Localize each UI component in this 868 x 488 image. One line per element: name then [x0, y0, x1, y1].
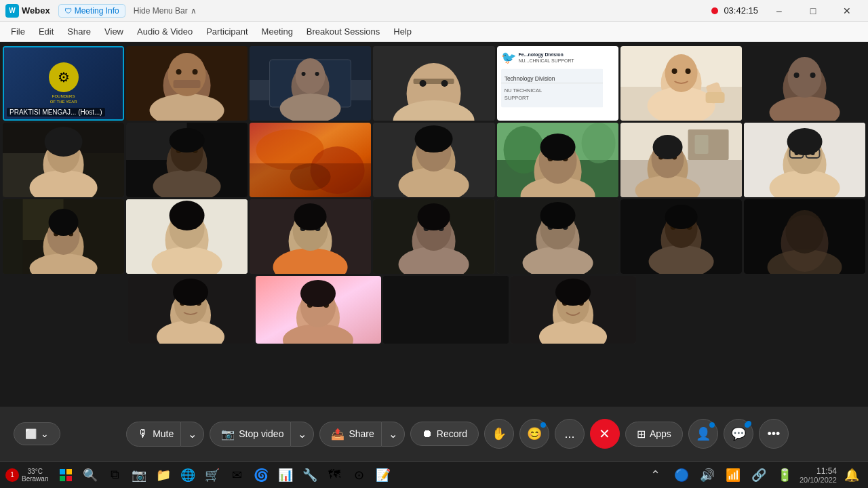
tb-browser2[interactable]: 🌀 [250, 464, 272, 486]
apps-label: Apps [650, 428, 671, 439]
meeting-info-button[interactable]: 🛡 Meeting Info [58, 4, 125, 18]
battery-icon[interactable]: 🔋 [774, 464, 795, 486]
chat-button[interactable]: 💬 [724, 419, 753, 449]
video-chevron[interactable]: ⌄ [291, 422, 314, 447]
video-cell-9[interactable] [126, 123, 248, 197]
tb-chrome[interactable]: ⊙ [348, 464, 370, 486]
overflow-button[interactable]: ••• [759, 419, 789, 449]
speaker-icon[interactable]: 🔊 [696, 464, 718, 486]
video-cell-18[interactable] [373, 199, 494, 274]
tb-explorer[interactable]: 📁 [153, 464, 174, 486]
video-cell-8[interactable] [3, 123, 124, 197]
video-cell-22[interactable] [128, 276, 254, 344]
hide-menu-button[interactable]: Hide Menu Bar ∧ [134, 6, 197, 16]
hand-raise-button[interactable]: ✋ [484, 419, 514, 449]
video-cell-23[interactable] [256, 276, 381, 344]
notification-center[interactable]: 🔔 [841, 464, 863, 486]
shield-icon: 🛡 [64, 7, 72, 15]
video-cell-2[interactable]: 👤 [126, 46, 248, 121]
minimize-button[interactable]: – [764, 0, 795, 22]
menu-view[interactable]: View [99, 24, 129, 39]
tb-webex[interactable]: 📷 [128, 464, 150, 486]
video-cell-15[interactable] [3, 199, 124, 274]
bluetooth-icon[interactable]: 🔵 [671, 464, 692, 486]
video-cell-25[interactable] [511, 276, 636, 344]
tb-office[interactable]: 📊 [275, 464, 296, 486]
tb-word[interactable]: 📝 [372, 464, 394, 486]
share-label: Share [349, 428, 374, 439]
menu-share[interactable]: Share [62, 24, 96, 39]
video-cell-21[interactable] [744, 199, 865, 274]
video-cell-19[interactable] [497, 199, 618, 274]
svg-point-62 [290, 163, 331, 190]
clock-date: 20/10/2022 [800, 476, 837, 484]
video-cell-7[interactable] [744, 46, 865, 121]
apps-button[interactable]: ⊞ Apps [625, 422, 683, 447]
system-tray-chevron[interactable]: ⌃ [645, 464, 667, 486]
menu-meeting[interactable]: Meeting [256, 24, 298, 39]
video-cell-4[interactable] [373, 46, 494, 121]
svg-point-4 [176, 69, 182, 75]
weather-widget[interactable]: 1 33°C Berawan [5, 468, 48, 483]
menu-bar: File Edit Share View Audio & Video Parti… [0, 22, 868, 42]
taskbar: 1 33°C Berawan 🔍 ⧉ 📷 📁 🌐 🛒 ✉ 🌀 📊 🔧 [0, 461, 868, 488]
share-chevron[interactable]: ⌄ [382, 422, 405, 447]
menu-participant[interactable]: Participant [201, 24, 253, 39]
clock-time: 11:54 [800, 466, 837, 476]
video-cell-3[interactable] [250, 46, 371, 121]
record-label: Record [437, 428, 467, 439]
svg-point-32 [685, 68, 690, 74]
stop-video-button[interactable]: 📷 Stop video [210, 422, 291, 447]
menu-help[interactable]: Help [388, 24, 417, 39]
video-cell-10[interactable] [250, 123, 371, 197]
svg-rect-6 [174, 80, 201, 88]
record-button[interactable]: ⏺ Record [410, 422, 479, 446]
end-call-button[interactable]: ✕ [590, 419, 620, 449]
tb-store[interactable]: 🛒 [201, 464, 223, 486]
taskbar-clock[interactable]: 11:54 20/10/2022 [800, 466, 837, 484]
video-group: 📷 Stop video ⌄ [210, 422, 314, 447]
title-bar-right: 03:42:15 – □ ✕ [711, 0, 863, 22]
maximize-button[interactable]: □ [797, 0, 829, 22]
caption-button[interactable]: ⬜ ⌄ [14, 422, 60, 445]
menu-edit[interactable]: Edit [33, 24, 59, 39]
participants-button[interactable]: 👤 [688, 419, 718, 449]
taskbar-right: ⌃ 🔵 🔊 📶 🔗 🔋 11:54 20/10/2022 🔔 [645, 464, 863, 486]
video-row-1: ⚙ FOUNDERSOF THE YEAR PRAKTISI MENGAJ...… [3, 46, 865, 121]
svg-rect-34 [705, 92, 724, 103]
svg-text:Technology Division: Technology Division [504, 75, 555, 82]
menu-breakout-sessions[interactable]: Breakout Sessions [301, 24, 385, 39]
network-icon[interactable]: 🔗 [748, 464, 770, 486]
video-cell-24[interactable] [383, 276, 509, 344]
tb-mail[interactable]: ✉ [226, 464, 248, 486]
more-button[interactable]: ... [555, 419, 585, 449]
taskbar-search[interactable]: 🔍 [79, 464, 101, 486]
wifi-icon[interactable]: 📶 [722, 464, 744, 486]
tb-tools[interactable]: 🔧 [299, 464, 321, 486]
app-logo: W Webex [5, 4, 50, 18]
tb-edge[interactable]: 🌐 [177, 464, 199, 486]
mute-chevron[interactable]: ⌄ [181, 422, 204, 447]
task-view[interactable]: ⧉ [104, 464, 125, 486]
menu-file[interactable]: File [5, 24, 31, 39]
reactions-button[interactable]: 😊 [519, 419, 549, 449]
video-cell-11[interactable] [373, 123, 494, 197]
video-cell-12[interactable] [497, 123, 618, 197]
svg-rect-105 [3, 199, 23, 274]
video-cell-16[interactable] [126, 199, 248, 274]
share-button[interactable]: 📤 Share [319, 422, 381, 447]
video-cell-14[interactable] [744, 123, 865, 197]
tb-maps[interactable]: 🗺 [323, 464, 345, 486]
record-group: ⏺ Record [410, 422, 479, 446]
video-cell-1[interactable]: ⚙ FOUNDERSOF THE YEAR PRAKTISI MENGAJ...… [3, 46, 124, 121]
video-cell-6[interactable] [620, 46, 742, 121]
menu-audio-video[interactable]: Audio & Video [132, 24, 198, 39]
close-button[interactable]: ✕ [831, 0, 863, 22]
video-cell-20[interactable] [620, 199, 742, 274]
video-cell-17[interactable] [250, 199, 371, 274]
mute-button[interactable]: 🎙 Mute [126, 422, 181, 447]
video-cell-13[interactable] [620, 123, 742, 197]
windows-start[interactable] [55, 464, 77, 486]
hide-menu-label: Hide Menu Bar [134, 6, 188, 16]
video-cell-5[interactable]: 🐦 Fe...nology DivisionNU...CHNICAL SUPPO… [497, 46, 618, 121]
